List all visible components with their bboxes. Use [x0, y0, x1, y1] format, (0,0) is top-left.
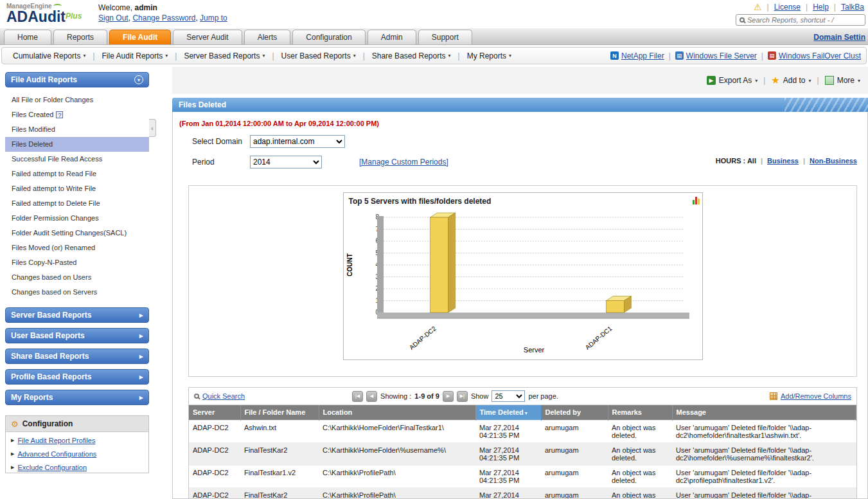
sidebar-item-folder-permission-changes[interactable]: Folder Permission Changes	[5, 211, 149, 226]
tab-alerts[interactable]: Alerts	[244, 30, 291, 44]
sidebar-item-failed-attempt-to-read-file[interactable]: Failed attempt to Read File	[5, 167, 149, 181]
sidebar-item-files-created[interactable]: Files Created?	[5, 107, 149, 122]
column-header-message[interactable]: Message	[672, 405, 856, 420]
cell-server: ADAP-DC2	[189, 442, 240, 465]
tab-server-audit[interactable]: Server Audit	[173, 30, 242, 44]
change-password-link[interactable]: Change Password	[132, 14, 195, 23]
report-period-note: (From Jan 01,2014 12:00:00 AM to Apr 09,…	[179, 120, 867, 127]
quick-search-button[interactable]: Quick Search	[194, 392, 245, 400]
sidebar-item-files-deleted[interactable]: Files Deleted	[5, 137, 149, 152]
sidebar-item-successful-file-read-access[interactable]: Successful File Read Access	[5, 152, 149, 167]
cell-server: ADAP-DC2	[189, 487, 240, 499]
tab-configuration[interactable]: Configuration	[292, 30, 365, 44]
table-row[interactable]: ADAP-DC2FinalTestKar2C:\Karthikk\HomeFol…	[189, 442, 856, 465]
tab-file-audit[interactable]: File Audit	[109, 30, 171, 44]
search-icon	[740, 17, 745, 23]
next-page-button[interactable]: ▶	[443, 391, 454, 402]
cell-deleted_by: arumugam	[541, 442, 608, 465]
separator: |	[362, 51, 366, 60]
domain-settings-link[interactable]: Domain Settin	[813, 33, 865, 42]
table-row[interactable]: ADAP-DC2Ashwin.txtC:\Karthikk\HomeFolder…	[189, 420, 856, 442]
license-link[interactable]: License	[774, 3, 801, 12]
first-page-button[interactable]: |◀	[352, 391, 363, 402]
table-row[interactable]: ADAP-DC2FinalTestkar1.v2C:\Karthikk\Prof…	[189, 465, 856, 487]
config-link-advanced-configurations[interactable]: Advanced Configurations	[17, 450, 96, 458]
sidebar-section-server-based-reports[interactable]: Server Based Reports▶	[5, 307, 149, 323]
column-header-server[interactable]: Server	[189, 405, 240, 420]
bar-adap-dc2[interactable]	[430, 213, 455, 313]
sidebar-section-my-reports[interactable]: My Reports▶	[5, 390, 149, 405]
link-netapp-filer[interactable]: NNetApp Filer	[610, 51, 664, 60]
config-link-file-audit-report-profiles[interactable]: File Audit Report Profiles	[17, 437, 95, 444]
menu-share-based-reports[interactable]: Share Based Reports▾	[366, 51, 457, 60]
hours-business-link[interactable]: Business	[767, 157, 799, 165]
sidebar-item-changes-based-on-users[interactable]: Changes based on Users	[5, 270, 149, 285]
menu-user-based-reports[interactable]: User Based Reports▾	[276, 51, 362, 60]
utility-links: ⚠ | License | Help | TalkBa	[754, 2, 864, 12]
cell-time: Mar 27,2014 04:21:35 PM	[475, 487, 541, 499]
section-label: My Reports	[11, 393, 139, 402]
report-menu-bar: Cumulative Reports▾|File Audit Reports▾|…	[1, 47, 867, 64]
page-size-select[interactable]: 25	[492, 390, 525, 402]
adaudit-logo[interactable]: ManageEngine ADAuditPlus	[6, 1, 82, 24]
menu-cumulative-reports[interactable]: Cumulative Reports▾	[7, 51, 91, 60]
menu-server-based-reports[interactable]: Server Based Reports▾	[178, 51, 270, 60]
sidebar-section-share-based-reports[interactable]: Share Based Reports▶	[5, 349, 149, 364]
sidebar-item-all-file-or-folder-changes[interactable]: All File or Folder Changes	[5, 93, 149, 107]
sidebar-item-failed-attempt-to-delete-file[interactable]: Failed attempt to Delete File	[5, 196, 149, 211]
quick-link-label: Windows FailOver Clust	[779, 51, 861, 60]
tab-support[interactable]: Support	[418, 30, 472, 44]
column-header-deleted-by[interactable]: Deleted by	[541, 405, 608, 420]
help-icon[interactable]: ?	[56, 111, 63, 118]
export-as-button[interactable]: ▶ Export As ▾	[707, 76, 757, 85]
period-select[interactable]: 2014	[250, 156, 322, 168]
sidebar-section-user-based-reports[interactable]: User Based Reports▶	[5, 328, 149, 343]
column-header-remarks[interactable]: Remarks	[608, 405, 672, 420]
section-label: Profile Based Reports	[11, 372, 139, 381]
menu-label: My Reports	[467, 51, 506, 60]
last-page-button[interactable]: ▶|	[457, 391, 468, 402]
table-body: ADAP-DC2Ashwin.txtC:\Karthikk\HomeFolder…	[189, 420, 856, 499]
config-link-exclude-configuration[interactable]: Exclude Configuration	[17, 464, 87, 471]
sidebar-item-failed-attempt-to-write-file[interactable]: Failed attempt to Write File	[5, 181, 149, 196]
domain-select[interactable]: adap.internal.com	[250, 135, 345, 148]
sidebar-collapse-handle[interactable]: ‹	[149, 119, 156, 137]
add-remove-columns-button[interactable]: Add/Remove Columns	[770, 392, 851, 400]
tab-reports[interactable]: Reports	[53, 30, 107, 44]
prev-page-button[interactable]: ◀	[366, 391, 377, 402]
link-windows-file-server[interactable]: ⊞Windows File Server	[675, 51, 757, 60]
more-button[interactable]: More ▾	[825, 76, 860, 85]
link-windows-failover-clust[interactable]: ⊞Windows FailOver Clust	[768, 51, 861, 60]
table-row[interactable]: ADAP-DC2FinalTestKar2C:\Karthikk\Profile…	[189, 487, 856, 499]
manage-custom-periods-link[interactable]: [Manage Custom Periods]	[359, 158, 448, 167]
column-header-location[interactable]: Location	[319, 405, 475, 420]
sidebar-item-changes-based-on-servers[interactable]: Changes based on Servers	[5, 285, 149, 300]
sidebar-section-profile-based-reports[interactable]: Profile Based Reports▶	[5, 369, 149, 385]
column-header-file-folder-name[interactable]: File / Folder Name	[240, 405, 319, 420]
hours-non-business-link[interactable]: Non-Business	[810, 157, 857, 165]
column-header-time-deleted[interactable]: Time Deleted▾	[475, 405, 541, 420]
jump-to-link[interactable]: Jump to	[200, 14, 227, 23]
sidebar-item-files-copy-n-pasted[interactable]: Files Copy-N-Pasted	[5, 255, 149, 270]
pagination: |◀ ◀ Showing : 1-9 of 9 ▶ ▶| Show 25 per…	[352, 390, 558, 402]
sidebar-item-files-moved-or-renamed[interactable]: Files Moved (or) Renamed	[5, 240, 149, 255]
warning-icon[interactable]: ⚠	[754, 2, 762, 12]
chart-panel: Top 5 Servers with files/folders deleted…	[188, 185, 857, 377]
help-link[interactable]: Help	[813, 3, 829, 12]
global-search[interactable]	[736, 14, 865, 26]
sidebar-panel-file-audit-reports[interactable]: File Audit Reports ▼	[5, 72, 149, 87]
sidebar-item-files-modified[interactable]: Files Modified	[5, 122, 149, 137]
bar-adap-dc1[interactable]	[606, 296, 631, 313]
tab-admin[interactable]: Admin	[368, 30, 416, 44]
sidebar-item-folder-audit-setting-changes-sacl[interactable]: Folder Audit Setting Changes(SACL)	[5, 226, 149, 240]
sign-out-link[interactable]: Sign Out	[98, 14, 128, 23]
menu-file-audit-reports[interactable]: File Audit Reports▾	[96, 51, 174, 60]
talkback-link[interactable]: TalkBa	[841, 3, 864, 12]
search-input[interactable]	[747, 16, 862, 24]
tab-home[interactable]: Home	[4, 30, 51, 44]
chart-type-icon[interactable]	[693, 196, 700, 204]
menu-my-reports[interactable]: My Reports▾	[461, 51, 517, 60]
cell-file: Ashwin.txt	[240, 420, 319, 442]
main-content: ▶ Export As ▾ | ★ Add to ▾ | More ▾ File…	[172, 67, 868, 499]
add-to-button[interactable]: ★ Add to ▾	[771, 75, 811, 86]
